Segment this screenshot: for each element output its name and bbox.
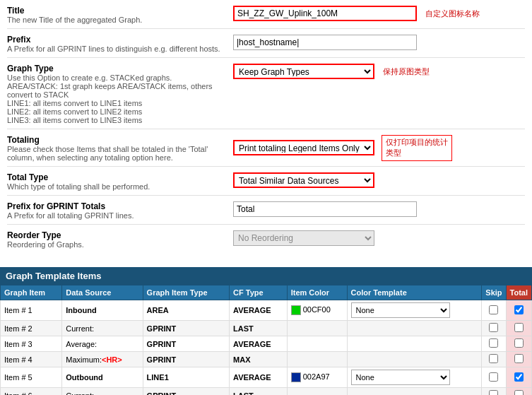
reorder-label: Reorder Type — [7, 230, 226, 240]
totaling-select[interactable]: Print totaling Legend Items Only None Su… — [233, 140, 374, 155]
graph-type-input-col: Keep Graph Types Stack LINE1 LINE2 LINE3… — [233, 64, 525, 79]
graph-type-label: Graph Type — [7, 64, 226, 73]
total-type-select[interactable]: Total Similar Data Sources Total All Non… — [233, 172, 374, 188]
cell-skip — [482, 336, 506, 352]
cell-graph-item-type: GPRINT — [143, 336, 230, 352]
cell-data-source: Current: — [62, 388, 143, 396]
cell-cf-type: MAX — [230, 352, 288, 367]
cell-item-color: 00CF00 — [287, 300, 347, 321]
title-input[interactable] — [233, 6, 417, 21]
title-input-col: 自定义图标名称 — [233, 6, 525, 21]
col-graph-item: Graph Item — [1, 285, 62, 300]
cell-graph-item-type: AREA — [143, 300, 230, 321]
cell-cf-type: LAST — [230, 388, 288, 396]
cell-data-source: Current: — [62, 321, 143, 336]
title-annotation: 自定义图标名称 — [425, 8, 480, 19]
prefix-desc: A Prefix for all GPRINT lines to disting… — [7, 45, 226, 53]
totaling-row: Totaling Please check those Items that s… — [7, 135, 525, 167]
total-checkbox[interactable] — [514, 354, 524, 363]
totaling-annotation: 仅打印项目的统计 类型 — [382, 135, 452, 161]
cell-total — [506, 352, 531, 367]
cell-total — [506, 388, 531, 396]
total-checkbox[interactable] — [514, 305, 524, 314]
cell-item-num: Item # 2 — [1, 321, 62, 336]
cell-item-num: Item # 4 — [1, 352, 62, 367]
cell-color-template — [347, 336, 482, 352]
prefix-input-col — [233, 35, 525, 50]
totaling-label-col: Totaling Please check those Items that s… — [7, 135, 233, 162]
cell-item-color — [287, 336, 347, 352]
totaling-input-col: Print totaling Legend Items Only None Su… — [233, 135, 525, 161]
reorder-select[interactable]: No Reordering By Name By Data Source — [233, 230, 374, 246]
col-total: Total — [506, 285, 531, 300]
cell-graph-item-type: GPRINT — [143, 388, 230, 396]
skip-checkbox[interactable] — [489, 323, 498, 332]
color-template-select[interactable]: None — [351, 370, 450, 385]
prefix-gprint-input-col — [233, 201, 525, 217]
totaling-label: Totaling — [7, 135, 226, 145]
skip-checkbox[interactable] — [489, 372, 498, 382]
col-data-source: Data Source — [62, 285, 143, 300]
reorder-input-col: No Reordering By Name By Data Source — [233, 230, 525, 246]
col-cf-type: CF Type — [230, 285, 288, 300]
col-item-color: Item Color — [287, 285, 347, 300]
col-skip: Skip — [482, 285, 506, 300]
table-row: Item # 6Current:GPRINTLAST — [1, 388, 532, 396]
total-type-input-col: Total Similar Data Sources Total All Non… — [233, 172, 525, 188]
cell-total — [506, 321, 531, 336]
reorder-row: Reorder Type Reordering of Graphs. No Re… — [7, 230, 525, 253]
table-section: Graph Template Items Graph Item Data Sou… — [0, 267, 532, 395]
cell-color-template — [347, 388, 482, 396]
table-body: Item # 1InboundAREAAVERAGE00CF00NoneItem… — [1, 300, 532, 396]
cell-item-color: 002A97 — [287, 367, 347, 388]
skip-checkbox[interactable] — [489, 354, 498, 363]
total-checkbox[interactable] — [514, 372, 524, 382]
prefix-gprint-row: Prefix for GPRINT Totals A Prefix for al… — [7, 201, 525, 225]
cell-color-template — [347, 352, 482, 367]
cell-skip — [482, 300, 506, 321]
color-template-select[interactable]: None — [351, 302, 450, 318]
total-type-desc: Which type of totaling shall be performe… — [7, 182, 226, 191]
cell-color-template: None — [347, 300, 482, 321]
cell-color-template — [347, 321, 482, 336]
prefix-label: Prefix — [7, 35, 226, 45]
table-header: Graph Template Items — [0, 267, 532, 285]
cell-skip — [482, 367, 506, 388]
cell-total — [506, 367, 531, 388]
col-graph-item-type: Graph Item Type — [143, 285, 230, 300]
cell-cf-type: LAST — [230, 321, 288, 336]
reorder-label-col: Reorder Type Reordering of Graphs. — [7, 230, 233, 249]
total-checkbox[interactable] — [514, 390, 524, 395]
totaling-annotation-line1: 仅打印项目的统计 — [386, 137, 448, 148]
cell-graph-item-type: GPRINT — [143, 321, 230, 336]
prefix-input[interactable] — [233, 35, 417, 50]
table-title: Graph Template Items — [6, 271, 102, 281]
skip-checkbox[interactable] — [489, 338, 498, 348]
graph-type-desc: Use this Option to create e.g. STACKed g… — [7, 73, 226, 124]
total-type-label-col: Total Type Which type of totaling shall … — [7, 172, 233, 191]
prefix-row: Prefix A Prefix for all GPRINT lines to … — [7, 35, 525, 58]
total-checkbox[interactable] — [514, 323, 524, 332]
color-text: 00CF00 — [303, 305, 331, 314]
graph-type-select[interactable]: Keep Graph Types Stack LINE1 LINE2 LINE3 — [233, 64, 374, 79]
cell-data-source: Average: — [62, 336, 143, 352]
skip-checkbox[interactable] — [489, 390, 498, 395]
table-column-headers: Graph Item Data Source Graph Item Type C… — [1, 285, 532, 300]
title-label: Title — [7, 6, 226, 16]
color-text: 002A97 — [303, 372, 330, 381]
graph-type-annotation: 保持原图类型 — [383, 66, 430, 77]
graph-type-label-col: Graph Type Use this Option to create e.g… — [7, 64, 233, 124]
total-checkbox[interactable] — [514, 338, 524, 348]
cell-cf-type: AVERAGE — [230, 367, 288, 388]
prefix-gprint-input[interactable] — [233, 201, 417, 217]
prefix-gprint-desc: A Prefix for all totaling GPRINT lines. — [7, 211, 226, 220]
cell-graph-item-type: GPRINT — [143, 352, 230, 367]
prefix-gprint-label: Prefix for GPRINT Totals — [7, 201, 226, 211]
color-swatch-icon — [291, 372, 301, 382]
skip-checkbox[interactable] — [489, 305, 498, 314]
items-table: Graph Item Data Source Graph Item Type C… — [0, 285, 532, 395]
cell-data-source: Inbound — [62, 300, 143, 321]
title-row: Title The new Title of the aggregated Gr… — [7, 6, 525, 29]
cell-total — [506, 300, 531, 321]
title-label-col: Title The new Title of the aggregated Gr… — [7, 6, 233, 24]
